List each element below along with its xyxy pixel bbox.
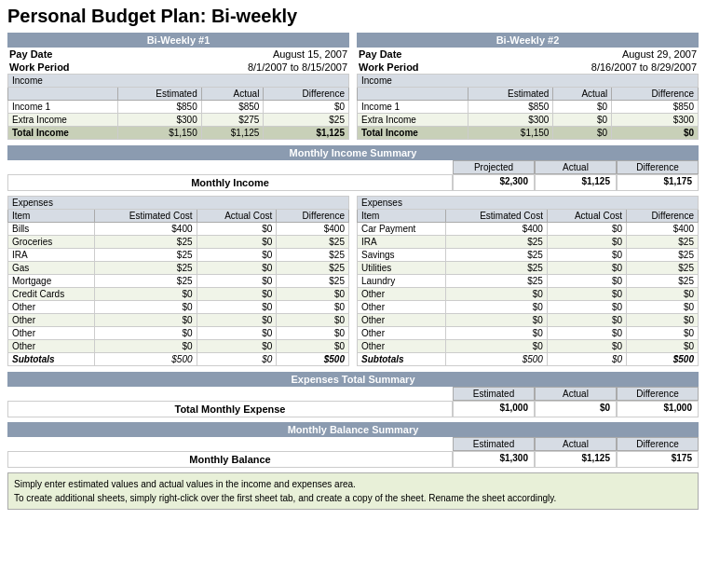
expenses-total-difference: $1,000 xyxy=(617,401,699,417)
biweekly2-expense-header: Expenses xyxy=(358,197,699,210)
biweekly1-expense-col-est: Estimated Cost xyxy=(94,210,197,223)
expenses-total-col-diff: Difference xyxy=(617,387,699,401)
table-row: Subtotals$500$0$500 xyxy=(8,353,349,366)
biweekly2-header: Bi-Weekly #2 xyxy=(357,33,699,48)
monthly-income-col-actual: Actual xyxy=(535,160,617,174)
table-row: Groceries$25$0$25 xyxy=(8,236,349,249)
biweekly2-expense-col-item: Item xyxy=(358,210,446,223)
biweekly2-expense-col-est: Estimated Cost xyxy=(446,210,548,223)
monthly-balance-summary-headers: Estimated Actual Difference xyxy=(7,437,699,451)
table-row: Total Income$1,150$1,125$1,125 xyxy=(8,127,349,140)
biweekly2-income-col-diff: Difference xyxy=(612,88,699,101)
biweekly1-income-header: Income xyxy=(8,75,349,88)
table-row: Laundry$25$0$25 xyxy=(358,275,699,288)
biweekly2-income-table: Income Estimated Actual Difference Incom… xyxy=(357,74,699,140)
biweekly1-workperiod-row: Work Period 8/1/2007 to 8/15/2007 xyxy=(7,61,349,74)
biweekly2-workperiod-row: Work Period 8/16/2007 to 8/29/2007 xyxy=(357,61,699,74)
expenses-total-values: $1,000 $0 $1,000 xyxy=(453,401,699,417)
biweekly2-income-col-actual: Actual xyxy=(553,88,612,101)
table-row: Other$0$0$0 xyxy=(8,301,349,314)
monthly-balance-col-est: Estimated xyxy=(453,437,535,451)
biweekly1-workperiod-value: 8/1/2007 to 8/15/2007 xyxy=(248,62,347,73)
expenses-total-actual: $0 xyxy=(535,401,617,417)
table-row: Other$0$0$0 xyxy=(358,327,699,340)
monthly-income-values: $2,300 $1,125 $1,175 xyxy=(453,174,699,191)
biweekly2-paydate-value: August 29, 2007 xyxy=(622,48,697,60)
table-row: Income 1$850$0$850 xyxy=(358,101,699,114)
biweekly1-income-col-diff: Difference xyxy=(264,88,349,101)
monthly-income-actual: $1,125 xyxy=(535,174,617,191)
table-row: Other$0$0$0 xyxy=(358,314,699,327)
note-line2: To create additional sheets, simply righ… xyxy=(14,491,692,505)
monthly-balance-label: Monthly Balance xyxy=(7,451,453,468)
biweekly1-workperiod-label: Work Period xyxy=(9,62,70,73)
monthly-balance-summary: Monthly Balance Summary Estimated Actual… xyxy=(7,422,699,468)
expenses-total-col-est: Estimated xyxy=(453,387,535,401)
note-box: Simply enter estimated values and actual… xyxy=(7,472,699,510)
biweekly2-expense-col-diff: Difference xyxy=(627,210,699,223)
monthly-income-col-projected: Projected xyxy=(453,160,535,174)
biweekly2-income-col-item xyxy=(358,88,468,101)
monthly-balance-estimated: $1,300 xyxy=(453,451,535,468)
table-row: Total Income$1,150$0$0 xyxy=(358,127,699,140)
monthly-income-summary-header: Monthly Income Summary xyxy=(7,145,699,160)
table-row: Gas$25$0$25 xyxy=(8,262,349,275)
table-row: Car Payment$400$0$400 xyxy=(358,223,699,236)
table-row: Other$0$0$0 xyxy=(358,301,699,314)
biweekly1-income-col-est: Estimated xyxy=(117,88,201,101)
biweekly1-income-table: Income Estimated Actual Difference Incom… xyxy=(7,74,349,140)
table-row: Other$0$0$0 xyxy=(8,314,349,327)
expenses-total-col-actual: Actual xyxy=(535,387,617,401)
monthly-balance-summary-header: Monthly Balance Summary xyxy=(7,422,699,437)
biweekly1-section: Bi-Weekly #1 Pay Date August 15, 2007 Wo… xyxy=(7,33,349,140)
biweekly1-expense-col-diff: Difference xyxy=(277,210,349,223)
table-row: Other$0$0$0 xyxy=(358,288,699,301)
monthly-balance-actual: $1,125 xyxy=(535,451,617,468)
expenses-total-estimated: $1,000 xyxy=(453,401,535,417)
monthly-income-projected: $2,300 xyxy=(453,174,535,191)
table-row: Other$0$0$0 xyxy=(8,340,349,353)
biweekly2-section: Bi-Weekly #2 Pay Date August 29, 2007 Wo… xyxy=(357,33,699,140)
biweekly1-paydate-value: August 15, 2007 xyxy=(273,48,347,60)
table-row: IRA$25$0$25 xyxy=(8,249,349,262)
biweekly1-expense-col-actual: Actual Cost xyxy=(197,210,277,223)
expenses-total-summary-headers: Estimated Actual Difference xyxy=(7,387,699,401)
expenses-total-label: Total Monthly Expense xyxy=(7,401,453,417)
monthly-income-label: Monthly Income xyxy=(7,174,453,191)
table-row: Extra Income$300$275$25 xyxy=(8,114,349,127)
table-row: Other$0$0$0 xyxy=(8,327,349,340)
expenses-total-summary: Expenses Total Summary Estimated Actual … xyxy=(7,372,699,417)
biweekly1-income-col-item xyxy=(8,88,118,101)
biweekly1-expense-section: Expenses Item Estimated Cost Actual Cost… xyxy=(7,196,349,366)
biweekly2-expense-col-actual: Actual Cost xyxy=(547,210,626,223)
monthly-income-summary-row: Monthly Income $2,300 $1,125 $1,175 xyxy=(7,174,699,191)
biweekly2-workperiod-label: Work Period xyxy=(359,62,419,73)
biweekly1-paydate-row: Pay Date August 15, 2007 xyxy=(7,48,349,61)
biweekly2-paydate-row: Pay Date August 29, 2007 xyxy=(357,48,699,61)
biweekly2-paydate-label: Pay Date xyxy=(359,48,401,60)
table-row: Mortgage$25$0$25 xyxy=(8,275,349,288)
page-title: Personal Budget Plan: Bi-weekly xyxy=(7,6,699,27)
monthly-income-summary: Monthly Income Summary Projected Actual … xyxy=(7,145,699,191)
biweekly1-paydate-label: Pay Date xyxy=(9,48,52,60)
biweekly1-expense-col-item: Item xyxy=(8,210,95,223)
table-row: Bills$400$0$400 xyxy=(8,223,349,236)
biweekly2-expense-section: Expenses Item Estimated Cost Actual Cost… xyxy=(357,196,699,366)
biweekly1-income-col-actual: Actual xyxy=(201,88,264,101)
table-row: Extra Income$300$0$300 xyxy=(358,114,699,127)
biweekly1-expense-table: Expenses Item Estimated Cost Actual Cost… xyxy=(7,196,349,366)
biweekly1-expense-header: Expenses xyxy=(8,197,349,210)
note-line1: Simply enter estimated values and actual… xyxy=(14,477,692,491)
table-row: Utilities$25$0$25 xyxy=(358,262,699,275)
table-row: IRA$25$0$25 xyxy=(358,236,699,249)
table-row: Income 1$850$850$0 xyxy=(8,101,349,114)
table-row: Savings$25$0$25 xyxy=(358,249,699,262)
monthly-balance-col-diff: Difference xyxy=(617,437,699,451)
expenses-total-summary-header: Expenses Total Summary xyxy=(7,372,699,387)
monthly-income-col-diff: Difference xyxy=(617,160,699,174)
monthly-balance-col-actual: Actual xyxy=(535,437,617,451)
monthly-balance-summary-row: Monthly Balance $1,300 $1,125 $175 xyxy=(7,451,699,468)
biweekly2-expense-table: Expenses Item Estimated Cost Actual Cost… xyxy=(357,196,699,366)
monthly-income-difference: $1,175 xyxy=(617,174,699,191)
table-row: Credit Cards$0$0$0 xyxy=(8,288,349,301)
